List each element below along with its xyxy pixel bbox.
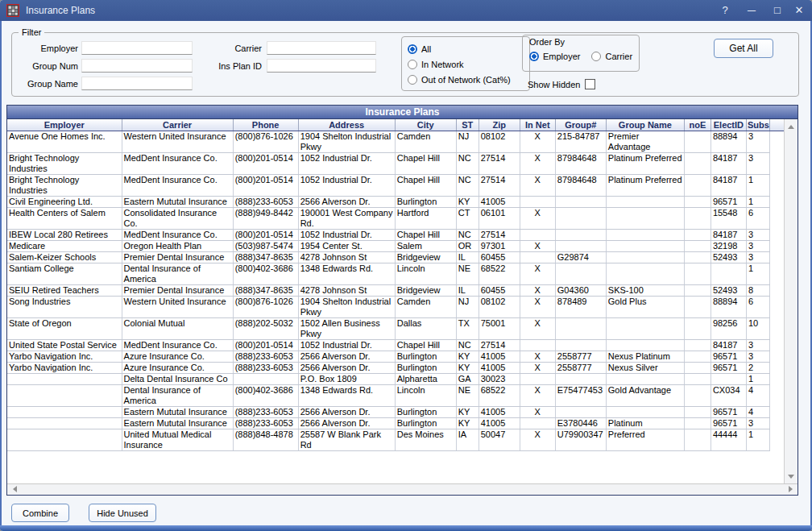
cell-group_name: Platinum Preferred (606, 152, 684, 174)
order-by-caption: Order By (529, 37, 639, 47)
cell-phone: (888)233-6053 (233, 196, 298, 207)
cell-subs: 3 (746, 251, 769, 263)
table-row[interactable]: Bright Technology IndustriesMedDent Insu… (7, 174, 770, 196)
scroll-down-icon[interactable] (785, 470, 798, 483)
cell-address: 2566 Alverson Dr. (298, 196, 395, 207)
cell-st: NJ (456, 131, 478, 152)
column-header-employer[interactable]: Employer (7, 119, 122, 131)
radio-employer[interactable]: Employer (529, 48, 580, 64)
cell-group_name: Nexus Platinum (606, 351, 684, 362)
table-row[interactable]: Song IndustriesWestern United Insurance(… (7, 296, 770, 317)
radio-label: In Network (421, 60, 464, 69)
cell-group_name (606, 373, 684, 384)
combine-button[interactable]: Combine (11, 504, 69, 522)
cell-elect_id: 84187 (710, 174, 746, 196)
cell-employer: Santiam College (7, 263, 122, 284)
table-row[interactable]: SEIU Retired TeachersPremier Dental Insu… (7, 284, 770, 296)
cell-phone: (800)402-3686 (233, 384, 298, 406)
radio-in-network[interactable]: In Network (408, 56, 529, 72)
column-header-noe[interactable]: noE (684, 119, 710, 131)
cell-noe (684, 196, 710, 207)
cell-in_net (520, 229, 555, 240)
cell-group_num: G29874 (555, 251, 606, 263)
cell-city: Burlington (395, 362, 456, 373)
radio-out-of-network-cat[interactable]: Out of Network (Cat%) (408, 72, 529, 87)
radio-all[interactable]: All (408, 41, 529, 56)
table-row[interactable]: Santiam CollegeDental Insurance of Ameri… (7, 263, 770, 284)
cell-city: Camden (395, 296, 456, 317)
close-icon[interactable]: ✕ (789, 0, 809, 21)
cell-employer: Salem-Keizer Schools (7, 251, 122, 263)
table-row[interactable]: Salem-Keizer SchoolsPremier Dental Insur… (7, 251, 770, 263)
table-row[interactable]: United State Postal ServiceMedDent Insur… (7, 339, 770, 351)
cell-in_net (520, 251, 555, 263)
cell-carrier: Eastern Mututal Insurance (122, 196, 233, 207)
column-header-group_num[interactable]: Group# (555, 119, 606, 131)
cell-address: 1052 Industrial Dr. (298, 174, 395, 196)
group-name-field[interactable] (81, 77, 193, 90)
cell-in_net: X (520, 152, 555, 174)
scroll-left-icon[interactable] (8, 483, 21, 495)
cell-elect_id: 15548 (710, 207, 746, 229)
table-row[interactable]: Civil Engineering Ltd.Eastern Mututal In… (7, 196, 770, 207)
cell-st: IA (456, 429, 478, 450)
table-row[interactable]: IBEW Local 280 RetireesMedDent Insurance… (7, 229, 770, 240)
show-hidden-checkbox[interactable] (585, 79, 595, 89)
column-header-subs[interactable]: Subs (746, 119, 769, 131)
column-header-zip[interactable]: Zip (478, 119, 520, 131)
cell-employer: SEIU Retired Teachers (7, 284, 122, 296)
vertical-scrollbar[interactable] (784, 119, 798, 483)
cell-elect_id: 32198 (710, 240, 746, 251)
column-header-elect_id[interactable]: ElectID (710, 119, 746, 131)
table-row[interactable]: Delta Dental Insurance CoP.O. Box 1809Al… (7, 373, 770, 384)
ins-plan-id-field[interactable] (267, 59, 376, 73)
cell-group_num: 87984648 (555, 174, 606, 196)
scroll-right-icon[interactable] (784, 483, 797, 495)
column-header-st[interactable]: ST (456, 119, 478, 131)
group-num-field[interactable] (81, 59, 193, 73)
minimize-icon[interactable]: ─ (741, 0, 762, 21)
cell-in_net: X (520, 296, 555, 317)
table-row[interactable]: Health Centers of SalemConsolidated Insu… (7, 207, 770, 229)
get-all-button[interactable]: Get All (714, 39, 773, 58)
cell-city: Burlington (395, 406, 456, 417)
column-header-address[interactable]: Address (298, 119, 395, 131)
table-row[interactable]: Dental Insurance of America(800)402-3686… (7, 384, 770, 406)
radio-icon[interactable] (408, 44, 417, 54)
help-icon[interactable]: ? (715, 0, 735, 21)
table-row[interactable]: MedicareOregon Health Plan(503)987-54741… (7, 240, 770, 251)
table-row[interactable]: Yarbo Navigation Inc.Azure Insurance Co.… (7, 362, 770, 373)
table-row[interactable]: Yarbo Navigation Inc.Azure Insurance Co.… (7, 351, 770, 362)
radio-icon[interactable] (529, 52, 539, 61)
table-row[interactable]: Eastern Mututal Insurance(888)233-605325… (7, 417, 770, 429)
maximize-icon[interactable]: □ (767, 0, 788, 21)
table-row[interactable]: Eastern Mututal Insurance(888)233-605325… (7, 406, 770, 417)
column-header-city[interactable]: City (395, 119, 456, 131)
hide-unused-button[interactable]: Hide Unused (89, 504, 156, 522)
horizontal-scrollbar[interactable] (7, 483, 798, 495)
radio-icon[interactable] (408, 60, 417, 69)
table-row[interactable]: Avenue One Homes Inc.Western United Insu… (7, 131, 770, 152)
cell-city: Chapel Hill (395, 339, 456, 351)
cell-st: TX (456, 317, 478, 339)
table-row[interactable]: State of OregonColonial Mutual(888)202-5… (7, 317, 770, 339)
cell-subs: 1 (746, 263, 769, 284)
cell-zip: 06101 (478, 207, 520, 229)
cell-subs: 1 (746, 373, 769, 384)
cell-subs: 1 (746, 196, 769, 207)
column-header-group_name[interactable]: Group Name (606, 119, 684, 131)
radio-carrier[interactable]: Carrier (591, 48, 632, 64)
cell-noe (684, 229, 710, 240)
column-header-in_net[interactable]: In Net (520, 119, 555, 131)
column-header-phone[interactable]: Phone (233, 119, 298, 131)
employer-field[interactable] (81, 41, 193, 55)
cell-phone: (888)233-6053 (233, 351, 298, 362)
carrier-field[interactable] (267, 41, 376, 55)
cell-elect_id: 84187 (710, 152, 746, 174)
scroll-up-icon[interactable] (785, 120, 798, 133)
table-row[interactable]: United Mutual Medical Insurance(888)848-… (7, 429, 770, 450)
column-header-carrier[interactable]: Carrier (122, 119, 233, 131)
radio-icon[interactable] (591, 52, 601, 61)
radio-icon[interactable] (408, 75, 417, 85)
table-row[interactable]: Bright Technology IndustriesMedDent Insu… (7, 152, 770, 174)
